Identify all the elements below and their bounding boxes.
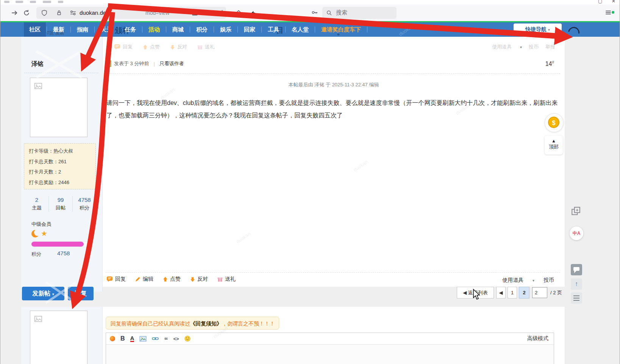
coin-action-faded[interactable]: 投币: [529, 44, 539, 50]
tab-ghost: [43, 1, 51, 3]
reply-action-faded[interactable]: 回复: [114, 44, 133, 50]
quote-icon[interactable]: “: [164, 338, 168, 342]
reply-button[interactable]: 回复: [68, 287, 94, 300]
checkin-total-days: 打卡总天数：261: [29, 156, 91, 167]
use-props-faded[interactable]: 使用道具 ▾: [485, 44, 522, 50]
post-action-bar: 回复 编辑 点赞 反对 送礼: [106, 276, 245, 283]
search-icon: [326, 10, 332, 16]
nav-item-invite-reward[interactable]: 邀请奖白度车下: [316, 22, 366, 37]
scroll-up-button[interactable]: ↑: [571, 278, 582, 290]
shield-icon[interactable]: [41, 10, 47, 16]
home-icon[interactable]: [235, 9, 242, 16]
nav-item-home[interactable]: 回家: [239, 22, 261, 37]
nav-item-latest[interactable]: 最新: [48, 22, 70, 37]
reply-sidebar: [21, 307, 103, 364]
author-username[interactable]: 泽铭: [31, 60, 44, 68]
reload-button[interactable]: [23, 9, 30, 16]
reply-avatar[interactable]: [30, 311, 87, 364]
lock-icon[interactable]: [56, 10, 62, 16]
post-tools: 使用道具 ▾ 投币: [487, 277, 554, 284]
menu-icon[interactable]: [605, 9, 612, 16]
stat-threads[interactable]: 2主题: [25, 196, 48, 212]
code-icon[interactable]: <>: [173, 336, 179, 342]
search-box[interactable]: [322, 7, 397, 19]
use-props-button[interactable]: 使用道具 ▾: [495, 277, 534, 283]
reply-action[interactable]: 回复: [106, 276, 126, 283]
nav-item-tools[interactable]: 工具: [262, 22, 284, 37]
oppose-action[interactable]: 反对: [190, 276, 208, 283]
key-icon[interactable]: [311, 9, 319, 16]
new-post-label: 发新帖: [32, 290, 50, 297]
feedback-chat-button[interactable]: [571, 264, 582, 275]
divider: [106, 272, 560, 273]
search-input[interactable]: [335, 9, 394, 16]
translate-extension-icon[interactable]: 中A: [570, 227, 583, 240]
nav-item-fun[interactable]: 娱乐: [215, 22, 237, 37]
page-1-button[interactable]: 1: [508, 287, 517, 298]
capture-extension-icon[interactable]: [571, 206, 581, 216]
coin-icon: $: [548, 117, 559, 128]
rank-moon-icon: [31, 230, 39, 237]
nav-item-points[interactable]: 积分: [191, 22, 213, 37]
prev-page-button[interactable]: ◀: [496, 287, 506, 298]
bookmark-star-icon[interactable]: [219, 10, 225, 16]
coin-button[interactable]: 投币: [543, 277, 554, 283]
font-color-icon[interactable]: A: [130, 336, 134, 342]
thread-list-button[interactable]: [571, 292, 582, 304]
oppose-action-faded[interactable]: 反对: [170, 44, 187, 50]
stat-replies[interactable]: 99回帖: [48, 196, 72, 212]
divider: [106, 73, 560, 74]
apps-grid-icon[interactable]: [206, 10, 212, 16]
font-size-icon[interactable]: [110, 336, 115, 341]
only-author-link[interactable]: 只看该作者: [159, 60, 184, 67]
reply-arrow-icon[interactable]: [250, 9, 258, 16]
divider: |: [153, 61, 155, 67]
reply-bubble-icon: [106, 276, 113, 282]
bold-icon[interactable]: B: [120, 335, 125, 342]
nav-item-events[interactable]: 活动: [143, 22, 165, 37]
page-jump-input[interactable]: [532, 287, 547, 298]
back-to-list-button[interactable]: ◀ 返回列表: [457, 287, 494, 298]
close-button[interactable]: ✕: [612, 0, 615, 4]
advanced-mode-link[interactable]: 高级模式: [527, 335, 548, 342]
save-page-icon[interactable]: [192, 10, 198, 16]
nav-item-tasks[interactable]: 任务: [119, 22, 141, 37]
report-action-faded[interactable]: 举报: [545, 44, 555, 50]
smiley-icon[interactable]: [184, 336, 191, 342]
editor-text-area[interactable]: [106, 345, 554, 364]
url-text[interactable]: duokan.dev: [80, 9, 109, 16]
like-action-faded[interactable]: 点赞: [142, 44, 160, 50]
coin-widget[interactable]: $: [545, 113, 564, 132]
url-bar[interactable]: duokan.dev mod=view: [36, 7, 226, 19]
new-post-button[interactable]: 发新帖 ▾: [22, 287, 64, 300]
insert-image-icon[interactable]: [139, 336, 147, 342]
forward-button[interactable]: [11, 9, 18, 16]
nav-item-community[interactable]: 社区: [24, 22, 46, 37]
reply-editor[interactable]: B A “ <> 高级模式: [106, 333, 554, 364]
maximize-button[interactable]: ▢: [598, 0, 602, 4]
nav-item-hall-of-fame[interactable]: 名人堂: [286, 22, 314, 37]
insert-link-icon[interactable]: [152, 336, 159, 341]
score-value[interactable]: 4758: [57, 250, 70, 256]
edit-action[interactable]: 编辑: [135, 276, 153, 283]
gift-action[interactable]: 送礼: [217, 276, 236, 283]
like-action[interactable]: 点赞: [162, 276, 181, 283]
nav-item-mall[interactable]: 商城: [167, 22, 189, 37]
previous-post-tools: 使用道具 ▾ 投币 举报: [478, 43, 555, 51]
nav-item-daily[interactable]: 天天: [95, 22, 117, 37]
author-avatar[interactable]: [30, 78, 87, 137]
nav-item-guide[interactable]: 指南: [72, 22, 94, 37]
stat-points[interactable]: 4758积分: [72, 196, 96, 212]
back-to-top-button[interactable]: ▲ 顶部: [545, 136, 563, 155]
quick-nav-button[interactable]: 快捷导航 ▾: [514, 23, 562, 35]
floor-number[interactable]: 14#: [545, 60, 554, 67]
checkin-stats-box: 打卡等级：热心大叔 打卡总天数：261 打卡月天数：2 打卡总奖励：2446: [24, 143, 96, 189]
permissions-icon[interactable]: [70, 10, 77, 16]
thumb-down-icon: [190, 277, 195, 282]
post-doc-icon: [106, 60, 111, 67]
reply-rules-link[interactable]: 《回复须知》: [190, 320, 222, 327]
gift-action-faded[interactable]: 送礼: [197, 44, 215, 50]
thumb-down-icon: [170, 44, 175, 50]
back-to-top-label: 顶部: [545, 144, 563, 150]
page-2-button[interactable]: 2: [519, 287, 529, 298]
